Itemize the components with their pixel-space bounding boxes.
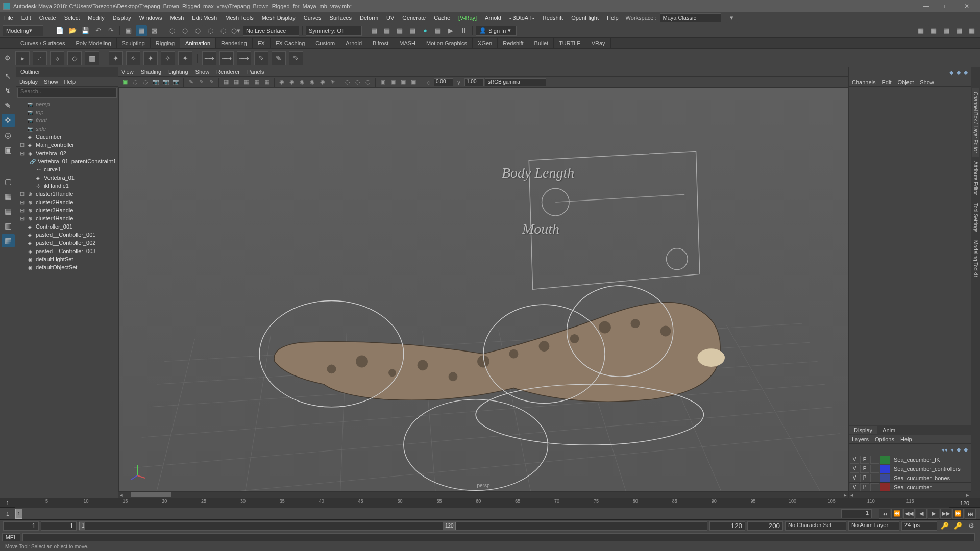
- shelf-icon[interactable]: ✧: [161, 51, 175, 65]
- step-back-button[interactable]: ◀◀: [903, 509, 915, 519]
- vp-shaded-icon[interactable]: ◉: [287, 78, 297, 87]
- expand-icon[interactable]: ⊞: [19, 199, 24, 206]
- shelf-icon[interactable]: ⟿: [202, 51, 216, 65]
- panel-layout-2-icon[interactable]: ▦: [928, 25, 939, 36]
- tree-item[interactable]: ◉defaultObjectSet: [16, 263, 118, 271]
- cb-tab-anim[interactable]: Anim: [877, 426, 900, 434]
- vp-menu-lighting[interactable]: Lighting: [168, 69, 188, 75]
- layer-play-toggle[interactable]: P: [860, 483, 869, 491]
- tree-item[interactable]: ◈pasted__Controller_003: [16, 247, 118, 255]
- shelf-icon[interactable]: ⟿: [237, 51, 251, 65]
- vp-exposure-value[interactable]: 0.00: [434, 78, 453, 86]
- layer-type[interactable]: [870, 465, 879, 473]
- layer-vis-toggle[interactable]: V: [850, 483, 859, 491]
- shelf-icon[interactable]: ✎: [254, 51, 268, 65]
- vp-xray-icon[interactable]: ◌: [353, 78, 362, 87]
- live-surface-dropdown[interactable]: No Live Surface: [243, 26, 299, 36]
- shelf-tab-xgen[interactable]: XGen: [473, 38, 498, 48]
- shelf-tab-custom[interactable]: Custom: [310, 38, 340, 48]
- outliner-search-input[interactable]: [20, 88, 106, 94]
- layer-row[interactable]: VPSea_cucumber: [849, 483, 971, 492]
- menu-surfaces[interactable]: Surfaces: [326, 12, 356, 23]
- range-start-b[interactable]: [41, 521, 77, 531]
- cb-menu-channels[interactable]: Channels: [852, 79, 875, 85]
- menu-arnold[interactable]: Arnold: [481, 12, 505, 23]
- shelf-tab-rendering[interactable]: Rendering: [216, 38, 253, 48]
- pause-icon[interactable]: ⏸: [458, 25, 469, 36]
- select-mode-icon[interactable]: ▣: [123, 25, 134, 36]
- set-key-button[interactable]: 🔑: [952, 520, 964, 532]
- vp-icon[interactable]: ◌: [131, 78, 140, 87]
- cb-icon[interactable]: ◆: [957, 69, 961, 76]
- layer-icon[interactable]: ◆: [964, 446, 968, 453]
- shelf-icon[interactable]: ◇: [67, 51, 82, 65]
- vp-icon[interactable]: ✎: [197, 78, 206, 87]
- open-scene-icon[interactable]: 📂: [67, 25, 78, 36]
- shelf-tab-fx[interactable]: FX: [253, 38, 271, 48]
- cmd-language-toggle[interactable]: MEL: [2, 533, 20, 541]
- expand-icon[interactable]: ⊞: [19, 191, 24, 197]
- vp-icon[interactable]: ▣: [399, 78, 408, 87]
- layout-four-icon[interactable]: ▦: [2, 190, 15, 203]
- layout-outliner-icon[interactable]: ▦: [2, 234, 15, 247]
- viewport-h-scrollbar[interactable]: ◂▸: [118, 492, 848, 498]
- tree-item[interactable]: ◈Cucumber: [16, 133, 118, 141]
- snap-grid-icon[interactable]: ◌: [166, 25, 178, 36]
- layer-menu-help[interactable]: Help: [900, 436, 912, 442]
- vp-icon[interactable]: ▦: [252, 78, 261, 87]
- close-button[interactable]: ✕: [957, 1, 977, 12]
- vp-menu-renderer[interactable]: Renderer: [216, 69, 240, 75]
- tree-item[interactable]: ⊞⊕cluster2Handle: [16, 198, 118, 206]
- go-end-button[interactable]: ⏭: [965, 509, 976, 519]
- shelf-tab-vray[interactable]: VRay: [586, 38, 611, 48]
- menu-curves[interactable]: Curves: [300, 12, 326, 23]
- shelf-icon[interactable]: ✦: [109, 51, 123, 65]
- layout-single-icon[interactable]: ▢: [2, 175, 15, 188]
- layer-row[interactable]: VPSea_cucumber_controllers: [849, 464, 971, 473]
- history-icon[interactable]: ▤: [369, 25, 380, 36]
- tree-item[interactable]: 📷side: [16, 124, 118, 133]
- layer-play-toggle[interactable]: P: [860, 456, 869, 464]
- auto-key-button[interactable]: 🔑: [939, 520, 950, 532]
- signin-button[interactable]: 👤 Sign In ▾: [476, 26, 517, 36]
- vp-icon[interactable]: ▣: [388, 78, 398, 87]
- menu--v-ray-[interactable]: [V-Ray]: [454, 12, 481, 23]
- expand-icon[interactable]: ⊞: [19, 207, 24, 214]
- shelf-editor-icon[interactable]: ⚙: [3, 53, 12, 64]
- expand-icon[interactable]: ⊞: [19, 215, 24, 222]
- layout-two-icon[interactable]: ▤: [2, 205, 15, 218]
- shelf-icon[interactable]: ✦: [178, 51, 192, 65]
- layer-play-toggle[interactable]: P: [860, 465, 869, 473]
- tree-item[interactable]: ◉defaultLightSet: [16, 255, 118, 263]
- anim-prefs-button[interactable]: ⚙: [966, 520, 977, 532]
- shelf-icon[interactable]: ✎: [289, 51, 303, 65]
- layer-vis-toggle[interactable]: V: [850, 465, 859, 473]
- right-tab[interactable]: Modeling Toolkit: [972, 236, 979, 281]
- layer-type[interactable]: [870, 474, 879, 482]
- render-icon[interactable]: ▤: [381, 25, 393, 36]
- vp-exposure-icon[interactable]: ☼: [424, 78, 433, 87]
- vp-icon[interactable]: ▦: [262, 78, 272, 87]
- menu-mesh-tools[interactable]: Mesh Tools: [221, 12, 257, 23]
- cb-icon[interactable]: ◆: [964, 69, 968, 76]
- render-view-icon[interactable]: ▤: [432, 25, 444, 36]
- redo-icon[interactable]: ↷: [105, 25, 116, 36]
- vp-icon[interactable]: 📷: [151, 78, 160, 87]
- tree-item[interactable]: ◈pasted__Controller_002: [16, 239, 118, 247]
- cb-icon[interactable]: ◆: [949, 69, 953, 76]
- layer-icon[interactable]: ◆: [957, 446, 961, 453]
- layer-type[interactable]: [870, 483, 879, 491]
- character-set-dropdown[interactable]: No Character Set: [785, 521, 846, 531]
- tree-item[interactable]: ◈Controller_001: [16, 222, 118, 231]
- layer-type[interactable]: [870, 456, 879, 464]
- shelf-tab-motion-graphics[interactable]: Motion Graphics: [421, 38, 473, 48]
- shelf-tab-mash[interactable]: MASH: [394, 38, 421, 48]
- menu-redshift[interactable]: Redshift: [538, 12, 567, 23]
- tree-item[interactable]: ◈pasted__Controller_001: [16, 231, 118, 239]
- snap-point-icon[interactable]: ◌: [192, 25, 203, 36]
- vp-select-camera-icon[interactable]: ▣: [120, 78, 130, 87]
- menu-generate[interactable]: Generate: [398, 12, 430, 23]
- minimize-button[interactable]: —: [916, 1, 936, 12]
- vp-icon[interactable]: ✎: [186, 78, 195, 87]
- shelf-icon[interactable]: ▸: [15, 51, 30, 65]
